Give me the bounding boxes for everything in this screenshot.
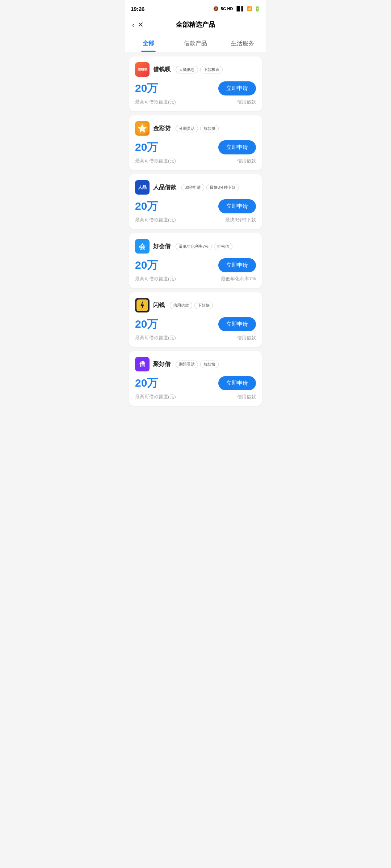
nav-bar: ‹ ✕ 全部精选产品 (125, 16, 266, 35)
back-button[interactable]: ‹ (131, 19, 136, 30)
status-icons: 🔕 5G HD ▐▌▌ 📶 🔋 (213, 6, 260, 12)
close-button[interactable]: ✕ (136, 19, 145, 30)
apply-button-shanqian[interactable]: 立即申请 (218, 317, 256, 331)
product-logo-renpin: 人品 (135, 180, 150, 195)
card-header-renpin: 人品 人品借款 30秒申请 最快3分钟下款 (135, 180, 256, 195)
product-card-jincaidai: 金彩贷 分期灵活 放款快 20万 立即申请 最高可借款额度(元) 信用借款 (129, 115, 262, 170)
product-amount-jieqiansu: 20万 (135, 81, 158, 96)
apply-button-juhaoijie[interactable]: 立即申请 (218, 376, 256, 390)
apply-button-haohujie[interactable]: 立即申请 (218, 258, 256, 272)
card-header-juhaoijie: 借 聚好借 期限灵活 放款快 (135, 357, 256, 371)
product-list: 借钱呗 借钱呗 大额低息 下款极速 20万 立即申请 最高可借款额度(元) 信用… (125, 52, 266, 410)
footer-left-renpin: 最高可借款额度(元) (135, 217, 176, 223)
tag-1-0: 分期灵活 (176, 125, 198, 132)
card-body-jieqiansu: 20万 立即申请 (135, 81, 256, 96)
status-bar: 19:26 🔕 5G HD ▐▌▌ 📶 🔋 (125, 0, 266, 16)
tag-1-1: 放款快 (200, 125, 219, 132)
footer-right-haohujie: 最低年化利率7% (221, 276, 256, 282)
network-label: 5G HD (221, 7, 233, 11)
product-amount-shanqian: 20万 (135, 317, 158, 332)
tab-bar: 全部 借款产品 生活服务 (125, 35, 266, 52)
apply-button-jincaidai[interactable]: 立即申请 (218, 140, 256, 154)
product-name-haohujie: 好会借 (153, 243, 171, 250)
card-body-shanqian: 20万 立即申请 (135, 317, 256, 332)
card-footer-haohujie: 最高可借款额度(元) 最低年化利率7% (135, 276, 256, 282)
product-name-juhaoijie: 聚好借 (153, 361, 171, 368)
product-card-haohujie: 会 好会借 最低年化利率7% 轻松借 20万 立即申请 最高可借款额度(元) 最… (129, 233, 262, 288)
product-name-renpin: 人品借款 (153, 184, 176, 191)
footer-right-jieqiansu: 信用借款 (237, 99, 256, 105)
footer-left-juhaoijie: 最高可借款额度(元) (135, 393, 176, 400)
product-name-jincaidai: 金彩贷 (153, 125, 171, 132)
card-footer-shanqian: 最高可借款额度(元) 信用借款 (135, 335, 256, 341)
card-header-jincaidai: 金彩贷 分期灵活 放款快 (135, 121, 256, 136)
card-footer-jincaidai: 最高可借款额度(元) 信用借款 (135, 158, 256, 164)
card-body-juhaoijie: 20万 立即申请 (135, 376, 256, 391)
footer-right-shanqian: 信用借款 (237, 335, 256, 341)
tab-all[interactable]: 全部 (125, 35, 172, 52)
card-header-haohujie: 会 好会借 最低年化利率7% 轻松借 (135, 239, 256, 254)
card-footer-jieqiansu: 最高可借款额度(元) 信用借款 (135, 99, 256, 105)
page-title: 全部精选产品 (176, 20, 215, 29)
tag-4-1: 下款快 (194, 302, 213, 309)
product-logo-juhaoijie: 借 (135, 357, 150, 371)
product-tags-juhaoijie: 期限灵活 放款快 (176, 361, 219, 368)
card-footer-juhaoijie: 最高可借款额度(元) 信用借款 (135, 393, 256, 400)
product-tags-haohujie: 最低年化利率7% 轻松借 (176, 243, 232, 250)
apply-button-jieqiansu[interactable]: 立即申请 (218, 81, 256, 95)
tag-2-0: 30秒申请 (181, 184, 204, 191)
battery-icon: 🔋 (254, 6, 260, 12)
wifi-icon: 📶 (247, 6, 252, 11)
card-header: 借钱呗 借钱呗 大额低息 下款极速 (135, 62, 256, 77)
product-card-juhaoijie: 借 聚好借 期限灵活 放款快 20万 立即申请 最高可借款额度(元) 信用借款 (129, 351, 262, 406)
signal-icon: ▐▌▌ (235, 6, 244, 11)
footer-right-juhaoijie: 信用借款 (237, 393, 256, 400)
product-card-jieqiansu: 借钱呗 借钱呗 大额低息 下款极速 20万 立即申请 最高可借款额度(元) 信用… (129, 56, 262, 111)
product-name-jieqiansu: 借钱呗 (153, 66, 171, 73)
product-tags-renpin: 30秒申请 最快3分钟下款 (181, 184, 239, 191)
product-amount-haohujie: 20万 (135, 258, 158, 273)
product-card-renpin: 人品 人品借款 30秒申请 最快3分钟下款 20万 立即申请 最高可借款额度(元… (129, 174, 262, 229)
footer-left-jincaidai: 最高可借款额度(元) (135, 158, 176, 164)
apply-button-renpin[interactable]: 立即申请 (218, 199, 256, 213)
footer-left-jieqiansu: 最高可借款额度(元) (135, 99, 176, 105)
tag-3-0: 最低年化利率7% (176, 243, 212, 250)
product-logo-haohujie: 会 (135, 239, 150, 254)
tag-0-0: 大额低息 (176, 66, 198, 73)
product-name-shanqian: 闪钱 (153, 302, 165, 309)
card-body-haohujie: 20万 立即申请 (135, 258, 256, 273)
product-tags-shanqian: 信用借款 下款快 (170, 302, 213, 309)
tag-0-1: 下款极速 (200, 66, 223, 73)
product-logo-shanqian (135, 298, 150, 312)
footer-left-haohujie: 最高可借款额度(元) (135, 276, 176, 282)
svg-text:会: 会 (139, 243, 146, 250)
footer-left-shanqian: 最高可借款额度(元) (135, 335, 176, 341)
tag-2-1: 最快3分钟下款 (206, 184, 239, 191)
product-tags-jieqiansu: 大额低息 下款极速 (176, 66, 223, 73)
tag-5-0: 期限灵活 (176, 361, 198, 368)
tab-loan-products[interactable]: 借款产品 (172, 35, 219, 52)
tag-5-1: 放款快 (200, 361, 219, 368)
product-amount-juhaoijie: 20万 (135, 376, 158, 391)
product-card-shanqian: 闪钱 信用借款 下款快 20万 立即申请 最高可借款额度(元) 信用借款 (129, 292, 262, 347)
product-logo-jieqiansu: 借钱呗 (135, 62, 150, 77)
product-logo-jincaidai (135, 121, 150, 136)
tab-life-services[interactable]: 生活服务 (219, 35, 266, 52)
footer-right-jincaidai: 信用借款 (237, 158, 256, 164)
status-time: 19:26 (131, 6, 144, 12)
card-footer-renpin: 最高可借款额度(元) 最快3分钟下款 (135, 217, 256, 223)
card-body-jincaidai: 20万 立即申请 (135, 140, 256, 155)
product-amount-renpin: 20万 (135, 199, 158, 214)
card-header-shanqian: 闪钱 信用借款 下款快 (135, 298, 256, 312)
tag-3-1: 轻松借 (214, 243, 232, 250)
product-tags-jincaidai: 分期灵活 放款快 (176, 125, 219, 132)
footer-right-renpin: 最快3分钟下款 (225, 217, 256, 223)
tag-4-0: 信用借款 (170, 302, 192, 309)
product-amount-jincaidai: 20万 (135, 140, 158, 155)
mute-icon: 🔕 (213, 6, 219, 11)
card-body-renpin: 20万 立即申请 (135, 199, 256, 214)
